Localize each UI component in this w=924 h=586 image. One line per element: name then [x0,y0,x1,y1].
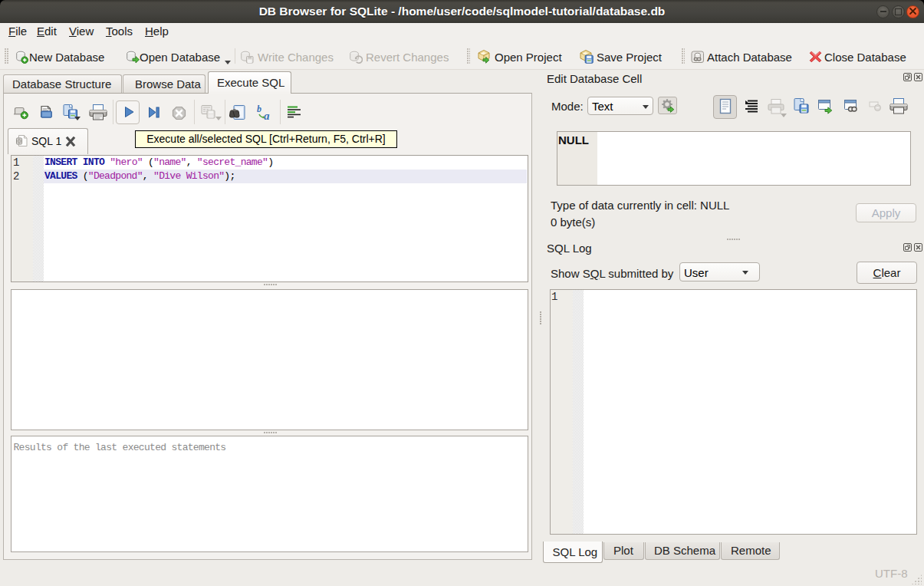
svg-text:a: a [264,110,270,121]
svg-text:b: b [257,104,261,114]
